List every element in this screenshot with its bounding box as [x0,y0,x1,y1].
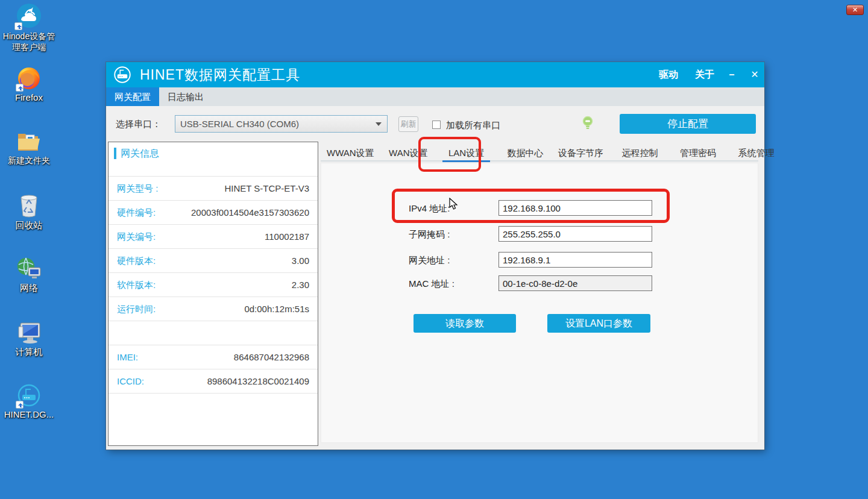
info-label: 软件版本: [117,280,156,291]
netmask-input[interactable] [498,226,652,242]
app-logo-icon [113,66,131,86]
info-label: 网关编号: [117,231,156,243]
ipv4-input[interactable] [498,200,652,216]
form-row-netmask: 子网掩码 : [409,226,656,242]
serial-port-value: USB-SERIAL CH340 (COM6) [180,116,299,132]
screen-close-button[interactable]: ✕ [846,5,864,15]
mac-address-label: MAC 地址 : [409,278,493,290]
tab-remote-control[interactable]: 远程控制 [616,145,664,160]
load-all-ports-checkbox[interactable] [432,121,441,129]
chevron-down-icon [376,122,382,126]
info-value: 864687042132968 [234,352,309,362]
serial-port-label: 选择串口： [116,119,161,130]
form-row-mac: MAC 地址 : [409,275,656,291]
set-lan-params-button[interactable]: 设置LAN口参数 [547,314,650,333]
read-params-button[interactable]: 读取参数 [414,314,516,333]
tab-gateway-config[interactable]: 网关配置 [106,87,159,106]
tab-wan-settings[interactable]: WAN设置 [383,145,433,160]
accent-bar [114,148,116,159]
info-label: 运行时间: [117,304,156,315]
desktop-icon-new-folder[interactable]: 新建文件夹 [0,130,58,166]
info-row-imei: IMEI: 864687042132968 [108,345,318,369]
info-row-sw-version: 软件版本: 2.30 [108,272,318,297]
shortcut-arrow-icon [16,401,24,409]
load-all-ports-label: 加载所有串口 [446,120,500,131]
info-row-gateway-id: 网关编号: 110002187 [108,224,318,248]
folder-icon [16,130,42,153]
network-icon [16,257,42,281]
firefox-icon [17,66,41,90]
desktop-icon-label: Hinode设备管理客户端 [0,31,58,52]
info-value: 20003f0014504e3157303620 [191,207,309,218]
tab-byte-order[interactable]: 设备字节序 [552,145,609,160]
tab-admin-password[interactable]: 管理密码 [674,145,722,160]
desktop-icon-label: 新建文件夹 [0,155,58,166]
info-value: 2.30 [292,280,309,290]
hinet-dg-icon [17,383,41,407]
desktop-icon-hinode-client[interactable]: Hinode设备管理客户端 [0,2,58,52]
refresh-button[interactable]: 刷新 [398,116,418,132]
desktop-icon-label: Firefox [0,92,58,103]
info-label: 硬件编号: [117,207,156,219]
info-value: 3.00 [292,256,309,266]
main-tab-bar: 网关配置 日志输出 [106,87,764,106]
info-row-hw-version: 硬件版本: 3.00 [108,248,318,272]
gateway-address-input[interactable] [498,252,652,268]
gateway-info-panel: 网关信息 网关型号 : HINET S-TCP-ET-V3 硬件编号: 2000… [108,142,318,446]
gateway-info-title: 网关信息 [121,148,159,160]
desktop-icon-network[interactable]: 网络 [0,257,58,293]
desktop-icon-label: 网络 [0,283,58,293]
info-label: 网关型号 : [117,183,158,195]
shortcut-arrow-icon [14,22,22,30]
app-window: HINET数据网关配置工具 驱动 关于 – ✕ 网关配置 日志输出 选择串口： … [106,62,764,450]
recycle-bin-icon [17,193,40,218]
tab-log-output[interactable]: 日志输出 [159,87,212,106]
form-row-ipv4: IPv4 地址: [409,200,656,216]
status-bulb-icon [582,116,594,133]
gateway-address-label: 网关地址 : [409,255,493,266]
desktop-icon-firefox[interactable]: Firefox [0,66,58,103]
info-value: 898604132218C0021409 [207,376,309,386]
netmask-label: 子网掩码 : [409,229,493,240]
serial-port-select[interactable]: USB-SERIAL CH340 (COM6) [175,115,388,133]
stop-config-button[interactable]: 停止配置 [620,114,756,134]
tab-wwan-settings[interactable]: WWAN设置 [321,145,380,160]
desktop-icon-hinet-dg[interactable]: HINET.DG... [0,383,58,420]
hinode-client-icon [16,2,42,29]
desktop-icon-recycle-bin[interactable]: 回收站 [0,193,58,231]
form-row-gateway: 网关地址 : [409,252,656,268]
window-title: HINET数据网关配置工具 [140,62,300,87]
info-label: IMEI: [117,352,138,362]
info-row-spacer [108,393,318,441]
mac-address-input[interactable] [498,275,652,291]
info-row-hardware-id: 硬件编号: 20003f0014504e3157303620 [108,200,318,224]
tab-data-center[interactable]: 数据中心 [502,145,550,160]
info-value: HINET S-TCP-ET-V3 [224,183,309,193]
window-titlebar: HINET数据网关配置工具 驱动 关于 – ✕ [106,62,764,87]
desktop-icon-computer[interactable]: 计算机 [0,321,58,357]
info-value: 0d:00h:12m:51s [244,304,309,314]
tab-lan-settings[interactable]: LAN设置 [442,145,490,162]
window-close-button[interactable]: ✕ [744,62,766,87]
shortcut-arrow-icon [16,84,24,92]
about-menu-button[interactable]: 关于 [690,62,720,87]
info-row-spacer [108,321,318,345]
gateway-info-header: 网关信息 [108,142,318,176]
settings-tab-bar: WWAN设置 WAN设置 LAN设置 数据中心 设备字节序 远程控制 管理密码 … [321,145,758,162]
driver-menu-button[interactable]: 驱动 [653,62,684,87]
tab-system-management[interactable]: 系统管理 [732,145,780,160]
info-value: 110002187 [265,231,309,242]
desktop-icon-label: 计算机 [0,347,58,357]
info-row-iccid: ICCID: 898604132218C0021409 [108,369,318,393]
info-row-model: 网关型号 : HINET S-TCP-ET-V3 [108,176,318,200]
desktop-icon-label: 回收站 [0,220,58,231]
minimize-button[interactable]: – [721,62,743,87]
info-label: 硬件版本: [117,256,156,267]
ipv4-label: IPv4 地址: [409,203,493,215]
info-label: ICCID: [117,376,144,386]
computer-icon [16,321,42,345]
info-row-uptime: 运行时间: 0d:00h:12m:51s [108,297,318,321]
desktop-icon-label: HINET.DG... [0,409,58,420]
